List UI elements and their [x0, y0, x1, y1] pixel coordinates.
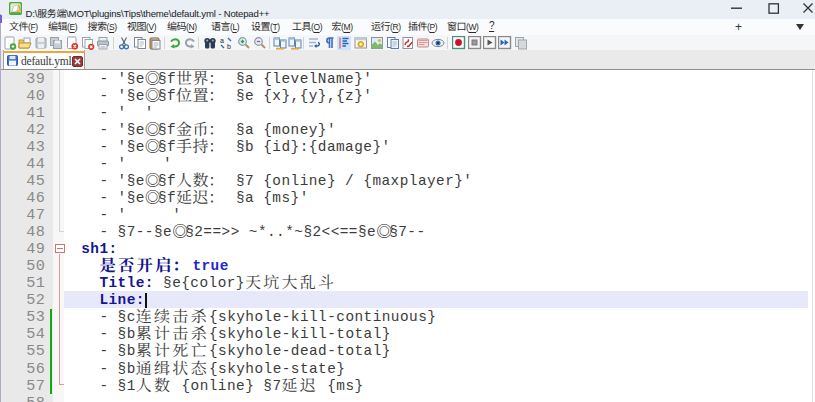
svg-text:b: b — [227, 43, 231, 50]
svg-text:a: a — [220, 37, 224, 44]
